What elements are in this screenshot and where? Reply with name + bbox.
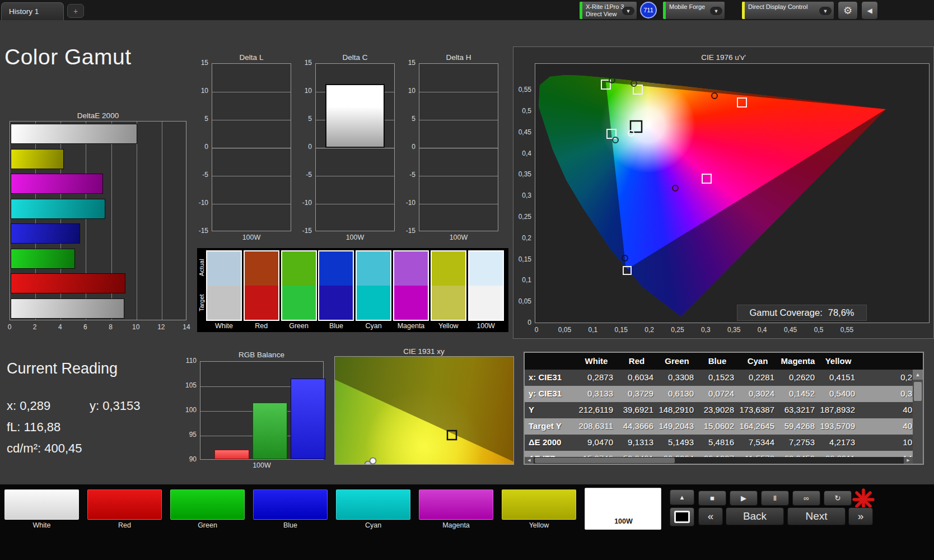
axis-tick-label: 5 <box>398 115 415 123</box>
patch-button-magenta[interactable] <box>419 489 493 520</box>
table-cell: 173,6387 <box>737 405 774 414</box>
next-chevron-button[interactable]: » <box>848 507 873 525</box>
table-cell: 0,3133 <box>576 389 613 398</box>
patch-button-white[interactable] <box>4 489 79 520</box>
table-cell: 0,2281 <box>737 372 774 382</box>
patch-label: Yellow <box>502 521 576 529</box>
add-tab-button[interactable]: + <box>67 4 84 18</box>
scroll-up-button[interactable]: ▲ <box>913 370 923 380</box>
axis-tick-label: 8 <box>103 323 119 331</box>
swatch-column-blue <box>318 250 354 321</box>
reading-fl: fL: 116,88 <box>7 420 60 435</box>
transport-pause-button[interactable]: Ⅱ <box>761 491 789 506</box>
table-cell: 0,6130 <box>657 389 694 398</box>
table-cell-partial: 0,2 <box>858 372 912 382</box>
back-button[interactable]: Back <box>726 507 784 525</box>
cie1976-markers-overlay <box>535 64 930 323</box>
delta-chart-delta-l <box>212 63 291 231</box>
patch-button-green[interactable] <box>170 489 245 520</box>
swatch-target-yellow <box>432 286 465 320</box>
axis-tick-label: -15 <box>294 227 312 235</box>
gamut-coverage-label: Gamut Coverage: <box>749 307 822 318</box>
scrollbar-thumb[interactable] <box>914 382 922 401</box>
table-cell: 23,9028 <box>697 405 734 414</box>
swatch-actual-cyan <box>357 251 390 286</box>
delta-chart-delta-h <box>419 63 498 231</box>
delta-gridline <box>316 148 394 148</box>
table-column-header: Red <box>617 356 657 366</box>
patch-button-blue[interactable] <box>253 489 328 520</box>
target-marker-red <box>737 98 746 107</box>
reading-cdm2: cd/m²: 400,45 <box>7 441 82 456</box>
back-chevron-button[interactable]: « <box>698 507 723 525</box>
transport-loop-button[interactable]: ↻ <box>824 491 852 506</box>
table-cell: 15,0602 <box>697 421 734 431</box>
axis-tick-label: 6 <box>77 323 93 331</box>
table-cell: 149,2043 <box>657 421 694 431</box>
table-cell: 0,3729 <box>617 389 653 398</box>
axis-tick-label: 10 <box>398 87 415 95</box>
axis-tick-label: 0 <box>398 143 415 151</box>
patch-button-red[interactable] <box>87 489 162 520</box>
deltae-bar-cyan <box>11 199 105 219</box>
axis-tick-label: 110 <box>179 357 197 365</box>
deltae-bar-100w <box>11 124 137 144</box>
collapse-panel-button[interactable]: ◀ <box>861 1 878 20</box>
deltae-bar-magenta <box>11 174 103 194</box>
target-row-label: Target <box>198 285 206 321</box>
table-cell: 0,4151 <box>818 372 855 382</box>
bottom-control-bar: WhiteRedGreenBlueCyanMagentaYellow100W▲■… <box>0 484 934 560</box>
display-status-stripe <box>742 2 745 19</box>
patch-button-100w-selected[interactable]: 100W <box>585 488 661 530</box>
deltae-gridline <box>35 122 36 320</box>
transport-continuous-button[interactable]: ∞ <box>792 491 820 506</box>
table-cell-partial: 40 <box>858 405 912 414</box>
actual-row-label: Actual <box>198 250 206 284</box>
axis-tick-label: 0 <box>190 143 208 151</box>
table-cell: 0,5400 <box>818 389 855 398</box>
swatch-target-white <box>207 286 241 320</box>
scrollbar-thumb[interactable] <box>535 458 675 463</box>
display-control-dropdown[interactable]: Direct Display Control ▼ <box>741 1 834 20</box>
axis-tick-label: -5 <box>398 171 415 179</box>
patch-button-cyan[interactable] <box>336 489 410 520</box>
tab-history-1[interactable]: History 1 <box>1 2 64 20</box>
measured-marker-red <box>712 93 717 99</box>
delta-gridline <box>212 120 291 120</box>
swatch-actual-blue <box>319 251 353 286</box>
gamut-coverage-value: 78,6% <box>828 307 854 318</box>
patch-button-yellow[interactable] <box>502 489 576 520</box>
blank-screen-button[interactable] <box>670 507 694 526</box>
axis-tick-label: 2 <box>27 323 43 331</box>
swatch-target-red <box>245 286 278 320</box>
axis-tick-label: -10 <box>398 199 415 207</box>
table-row-label: y: CIE31 <box>529 389 576 398</box>
rgb-bar-red <box>214 450 249 459</box>
table-cell: 187,8932 <box>818 405 855 414</box>
scroll-right-button[interactable]: ▶ <box>904 457 913 464</box>
table-row-label: x: CIE31 <box>529 372 576 382</box>
deltae-bar-red <box>11 273 125 293</box>
actual-target-swatch-panel: Actual Target WhiteRedGreenBlueCyanMagen… <box>197 248 508 332</box>
meter-dropdown[interactable]: X-Rite i1Pro 3Direct View ▼ <box>579 1 637 20</box>
swatch-column-100w <box>468 250 504 321</box>
scroll-patches-up-button[interactable]: ▲ <box>670 489 694 505</box>
table-cell: 9,1313 <box>617 437 653 447</box>
cie1931-title: CIE 1931 xy <box>368 347 480 356</box>
axis-tick-label: 100 <box>179 406 197 414</box>
source-dropdown[interactable]: Mobile Forge ▼ <box>662 1 725 20</box>
table-cell: 164,2645 <box>737 421 774 431</box>
deltae-bar-white <box>11 298 124 319</box>
chart-title-delta-c: Delta C <box>315 53 395 62</box>
target-marker-magenta <box>702 174 711 183</box>
scroll-left-button[interactable]: ◀ <box>525 457 534 464</box>
settings-button[interactable]: ⚙ <box>838 1 858 20</box>
transport-play-button[interactable]: ▶ <box>730 491 758 506</box>
next-button[interactable]: Next <box>787 507 846 525</box>
delta-gridline <box>419 120 498 120</box>
chart-title-delta-l: Delta L <box>212 53 291 62</box>
play-icon: ▶ <box>741 494 746 502</box>
cie1931-markers-overlay <box>335 357 514 465</box>
table-cell: 7,5344 <box>737 437 774 447</box>
transport-stop-button[interactable]: ■ <box>698 491 726 506</box>
